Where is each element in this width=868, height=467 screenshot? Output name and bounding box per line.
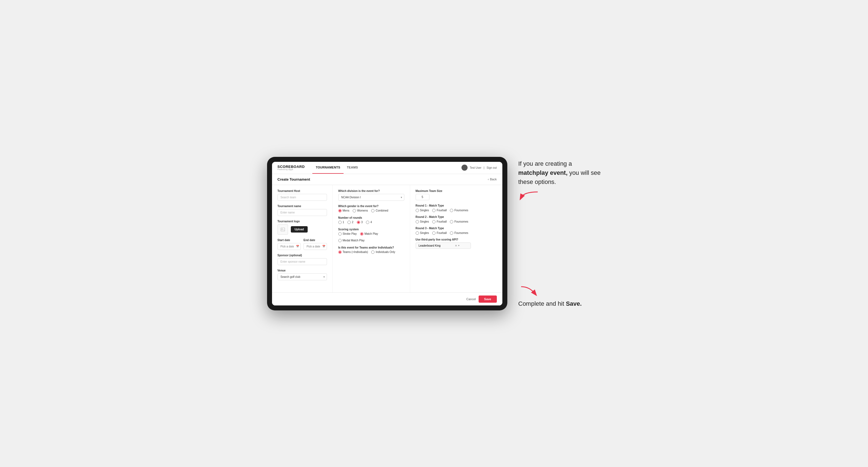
annotation-bottom-arrow: [518, 285, 601, 298]
event-teams-radio[interactable]: [338, 250, 342, 254]
gender-womens-label: Womens: [357, 209, 368, 212]
tournament-logo-label: Tournament logo: [278, 220, 327, 223]
scoring-medal-radio[interactable]: [338, 239, 342, 242]
form-container: Tournament Host Tournament name Tourname…: [272, 185, 502, 292]
round1-match-type: Round 1 - Match Type Singles Fourball: [415, 204, 471, 212]
sponsor-input[interactable]: [278, 258, 327, 265]
r1-singles-label: Singles: [420, 209, 429, 212]
r1-foursomes-radio[interactable]: [450, 209, 453, 212]
r2-foursomes-radio[interactable]: [450, 220, 453, 223]
event-type-radio-group: Teams (+Individuals) Individuals Only: [338, 250, 404, 254]
brand-logo: SCOREBOARD Powered by clippit: [278, 165, 305, 170]
upload-button[interactable]: Upload: [291, 226, 308, 232]
r2-singles[interactable]: Singles: [415, 220, 429, 223]
event-individuals[interactable]: Individuals Only: [371, 250, 395, 254]
scoring-medal-label: Medal Match Play: [343, 239, 365, 242]
round-4[interactable]: 4: [366, 221, 372, 224]
round-4-radio[interactable]: [366, 221, 369, 224]
annotation-top-text: If you are creating a matchplay event, y…: [518, 159, 601, 186]
scoring-group: Scoring system Stroke Play Match Play: [338, 228, 404, 242]
r2-fourball[interactable]: Fourball: [432, 220, 446, 223]
venue-select[interactable]: Search golf club: [278, 273, 327, 280]
nav-signout-link[interactable]: Sign out: [487, 166, 497, 169]
r3-fourball-radio[interactable]: [432, 231, 436, 235]
nav-user-name: Test User: [470, 166, 482, 169]
nav-links: TOURNAMENTS TEAMS: [312, 162, 361, 174]
round-3-radio[interactable]: [357, 221, 360, 224]
r3-foursomes[interactable]: Foursomes: [450, 231, 468, 235]
round1-title: Round 1 - Match Type: [415, 204, 471, 207]
logo-upload-row: Upload: [278, 224, 327, 235]
start-date-input[interactable]: [278, 243, 301, 250]
cancel-button[interactable]: Cancel: [466, 298, 476, 301]
r1-singles-radio[interactable]: [415, 209, 419, 212]
r2-fourball-label: Fourball: [437, 220, 446, 223]
user-avatar: [462, 165, 468, 171]
venue-group: Venue Search golf club: [278, 269, 327, 280]
tournament-logo-group: Tournament logo Upload: [278, 220, 327, 235]
right-column: Maximum Team Size Round 1 - Match Type S…: [410, 185, 476, 292]
gender-mens-radio[interactable]: [338, 209, 342, 212]
api-value: Leaderboard King: [419, 244, 441, 247]
scoring-medal-match[interactable]: Medal Match Play: [338, 239, 365, 242]
round-1-radio[interactable]: [338, 221, 342, 224]
api-select-display[interactable]: Leaderboard King ✕ ▾: [415, 243, 471, 249]
r1-foursomes[interactable]: Foursomes: [450, 209, 468, 212]
tournament-name-input[interactable]: [278, 209, 327, 216]
sponsor-label: Sponsor (optional): [278, 254, 327, 257]
division-select[interactable]: NCAA Division I NCAA Division II NCAA Di…: [338, 194, 404, 201]
r3-fourball[interactable]: Fourball: [432, 231, 446, 235]
nav-tournaments[interactable]: TOURNAMENTS: [312, 162, 344, 174]
r2-singles-label: Singles: [420, 220, 429, 223]
venue-label: Venue: [278, 269, 327, 272]
tablet-frame: SCOREBOARD Powered by clippit TOURNAMENT…: [267, 157, 507, 310]
round-3[interactable]: 3: [357, 221, 363, 224]
scoring-radio-group: Stroke Play Match Play Medal Match Play: [338, 232, 404, 242]
api-label: Use third-party live scoring API?: [415, 238, 471, 241]
gender-womens[interactable]: Womens: [353, 209, 368, 212]
event-individuals-radio[interactable]: [371, 250, 374, 254]
scoring-match-radio[interactable]: [360, 232, 364, 236]
gender-womens-radio[interactable]: [353, 209, 356, 212]
r2-singles-radio[interactable]: [415, 220, 419, 223]
back-link[interactable]: ‹ Back: [488, 178, 497, 181]
tournament-host-group: Tournament Host: [278, 189, 327, 201]
r1-fourball-radio[interactable]: [432, 209, 436, 212]
save-button[interactable]: Save: [478, 295, 497, 303]
round-2[interactable]: 2: [347, 221, 353, 224]
tournament-name-group: Tournament name: [278, 205, 327, 216]
rounds-label: Number of rounds: [338, 216, 404, 219]
round-2-radio[interactable]: [347, 221, 351, 224]
annotation-top-bold: matchplay event,: [518, 169, 568, 176]
r1-fourball[interactable]: Fourball: [432, 209, 446, 212]
page-title: Create Tournament: [278, 177, 310, 181]
r3-foursomes-radio[interactable]: [450, 231, 453, 235]
max-team-size-input[interactable]: [415, 194, 429, 200]
r2-foursomes[interactable]: Foursomes: [450, 220, 468, 223]
round-1-label: 1: [343, 221, 344, 224]
end-date-input[interactable]: [304, 243, 327, 250]
event-individuals-label: Individuals Only: [376, 250, 395, 253]
gender-combined[interactable]: Combined: [371, 209, 388, 212]
gender-mens[interactable]: Mens: [338, 209, 349, 212]
r3-singles[interactable]: Singles: [415, 231, 429, 235]
scoring-stroke-play[interactable]: Stroke Play: [338, 232, 357, 236]
scoring-match-play[interactable]: Match Play: [360, 232, 378, 236]
round-1[interactable]: 1: [338, 221, 344, 224]
tournament-host-input[interactable]: [278, 194, 327, 201]
api-clear-icon[interactable]: ✕: [455, 244, 457, 247]
r1-foursomes-label: Foursomes: [454, 209, 468, 212]
event-teams[interactable]: Teams (+Individuals): [338, 250, 368, 254]
r3-singles-radio[interactable]: [415, 231, 419, 235]
gender-radio-group: Mens Womens Combined: [338, 209, 404, 212]
gender-combined-radio[interactable]: [371, 209, 374, 212]
chevron-left-icon: ‹: [488, 178, 489, 181]
round-3-label: 3: [361, 221, 363, 224]
division-group: Which division is the event for? NCAA Di…: [338, 189, 404, 201]
gender-combined-label: Combined: [376, 209, 388, 212]
scoring-stroke-radio[interactable]: [338, 232, 342, 236]
nav-teams[interactable]: TEAMS: [344, 162, 361, 174]
r1-singles[interactable]: Singles: [415, 209, 429, 212]
r2-fourball-radio[interactable]: [432, 220, 436, 223]
annotation-top-arrow: [518, 189, 601, 201]
